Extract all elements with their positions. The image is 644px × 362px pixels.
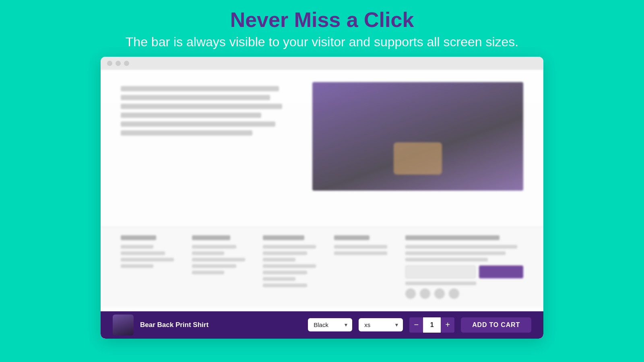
product-image-block bbox=[312, 82, 523, 191]
sticky-controls: Black White Navy Grey ▼ xs s m l xl ▼ − bbox=[308, 317, 531, 333]
newsletter-btn-fake bbox=[479, 265, 523, 278]
footer-link bbox=[263, 277, 295, 281]
footer-link bbox=[121, 245, 153, 249]
newsletter-text-2 bbox=[405, 251, 506, 255]
sticky-product-name: Bear Back Print Shirt bbox=[140, 321, 208, 329]
newsletter-title bbox=[405, 235, 500, 240]
footer-link bbox=[263, 284, 307, 287]
main-title: Never Miss a Click bbox=[126, 8, 518, 32]
browser-dot-green bbox=[124, 61, 129, 66]
newsletter-text-1 bbox=[405, 245, 518, 249]
footer-newsletter bbox=[405, 235, 523, 299]
footer-link bbox=[334, 251, 387, 255]
footer-columns bbox=[101, 227, 543, 307]
browser-dot-yellow bbox=[116, 61, 121, 66]
quantity-increase-button[interactable]: + bbox=[441, 317, 454, 333]
product-image bbox=[312, 82, 523, 191]
quantity-control: − 1 + bbox=[409, 317, 454, 333]
text-line-6 bbox=[121, 130, 252, 136]
footer-link bbox=[334, 245, 387, 249]
size-select[interactable]: xs s m l xl bbox=[359, 318, 403, 331]
footer-link bbox=[121, 264, 153, 268]
image-decoration bbox=[394, 142, 442, 175]
footer-link bbox=[263, 271, 307, 274]
footer-link bbox=[192, 258, 245, 261]
social-icons-row bbox=[405, 288, 523, 299]
browser-window: Bear Back Print Shirt Black White Navy G… bbox=[101, 57, 543, 339]
footer-col-1-title bbox=[121, 235, 156, 240]
newsletter-input-fake bbox=[405, 265, 476, 278]
text-line-4 bbox=[121, 113, 261, 118]
footer-col-2 bbox=[192, 235, 251, 299]
content-spacer bbox=[101, 203, 543, 227]
social-icon-3 bbox=[434, 288, 445, 299]
footer-col-2-title bbox=[192, 235, 230, 240]
add-to-cart-button[interactable]: ADD TO CART bbox=[461, 317, 531, 333]
text-line-1 bbox=[121, 86, 279, 91]
newsletter-text-3 bbox=[405, 258, 488, 261]
social-icon-2 bbox=[420, 288, 430, 299]
social-icon-4 bbox=[449, 288, 459, 299]
footer-col-3 bbox=[263, 235, 322, 299]
size-select-wrapper[interactable]: xs s m l xl ▼ bbox=[359, 318, 403, 331]
footer-link bbox=[192, 271, 225, 274]
color-select[interactable]: Black White Navy Grey bbox=[308, 318, 352, 331]
footer-link bbox=[263, 258, 295, 261]
browser-dot-red bbox=[107, 61, 112, 66]
newsletter-input-row bbox=[405, 265, 523, 278]
color-select-wrapper[interactable]: Black White Navy Grey ▼ bbox=[308, 318, 352, 331]
footer-link bbox=[192, 245, 236, 249]
quantity-decrease-button[interactable]: − bbox=[409, 317, 423, 333]
footer-col-4 bbox=[334, 235, 393, 299]
footer-col-3-title bbox=[263, 235, 304, 240]
text-line-5 bbox=[121, 121, 275, 127]
browser-toolbar bbox=[101, 57, 543, 70]
footer-col-4-title bbox=[334, 235, 369, 240]
text-line-2 bbox=[121, 95, 270, 100]
content-top bbox=[101, 70, 543, 203]
footer-link bbox=[263, 245, 316, 249]
sticky-bar: Bear Back Print Shirt Black White Navy G… bbox=[101, 311, 543, 339]
content-text-block bbox=[121, 82, 296, 191]
thumbnail-image bbox=[113, 315, 134, 335]
footer-link bbox=[121, 258, 174, 261]
footer-link bbox=[263, 251, 307, 255]
quantity-value: 1 bbox=[423, 317, 441, 333]
newsletter-disclaimer bbox=[405, 282, 476, 285]
social-icon-1 bbox=[405, 288, 416, 299]
footer-link bbox=[121, 251, 165, 255]
footer-link bbox=[192, 264, 236, 268]
product-thumbnail bbox=[113, 315, 134, 335]
footer-col-1 bbox=[121, 235, 180, 299]
footer-link bbox=[192, 251, 225, 255]
text-line-3 bbox=[121, 104, 282, 109]
header-section: Never Miss a Click The bar is always vis… bbox=[126, 8, 518, 49]
footer-link bbox=[263, 264, 316, 268]
sub-title: The bar is always visible to your visito… bbox=[126, 35, 518, 49]
browser-content bbox=[101, 70, 543, 311]
